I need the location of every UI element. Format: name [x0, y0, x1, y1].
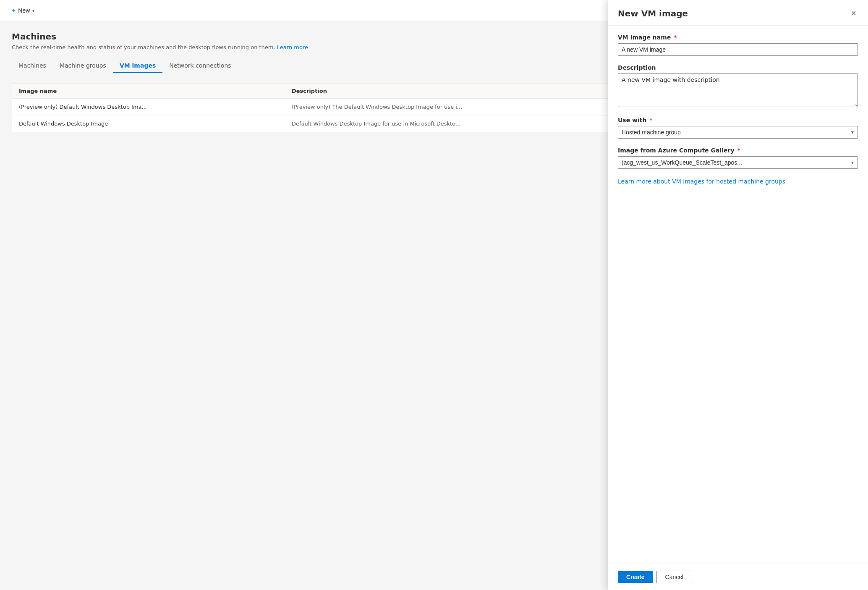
use-with-select-wrapper: Hosted machine group ▾ [618, 126, 858, 139]
col-description: Description [285, 84, 640, 99]
description-textarea[interactable]: A new VM image with description [618, 73, 858, 107]
vm-image-name-input[interactable] [618, 43, 858, 56]
image-gallery-select[interactable]: (acg_west_us_WorkQueue_ScaleTest_apos... [618, 156, 858, 169]
tab-network-connections[interactable]: Network connections [162, 59, 238, 73]
create-button[interactable]: Create [618, 571, 653, 583]
cell-description: (Preview only) The Default Windows Deskt… [285, 99, 640, 115]
vm-image-name-label: VM image name * [618, 34, 858, 41]
panel-title: New VM image [618, 8, 688, 18]
description-group: Description A new VM image with descript… [618, 64, 858, 108]
learn-more-panel-group: Learn more about VM images for hosted ma… [618, 177, 858, 186]
vm-image-name-group: VM image name * [618, 34, 858, 56]
description-label: Description [618, 64, 858, 71]
close-panel-button[interactable]: ✕ [849, 8, 858, 18]
tab-machine-groups[interactable]: Machine groups [53, 59, 113, 73]
cell-description: Default Windows Desktop Image for use in… [285, 115, 640, 132]
new-label: New [18, 7, 30, 14]
image-gallery-select-wrapper: (acg_west_us_WorkQueue_ScaleTest_apos...… [618, 156, 858, 169]
use-with-label: Use with * [618, 117, 858, 123]
use-with-select[interactable]: Hosted machine group [618, 126, 858, 139]
required-star-gallery: * [737, 147, 740, 154]
cell-image-name: Default Windows Desktop Image [12, 115, 285, 132]
col-image-name: Image name [12, 84, 285, 99]
cell-image-name: (Preview only) Default Windows Desktop I… [12, 99, 285, 115]
panel-footer: Create Cancel [608, 564, 868, 590]
image-gallery-group: Image from Azure Compute Gallery * (acg_… [618, 147, 858, 169]
required-star-name: * [674, 34, 677, 41]
new-button[interactable]: + New ▾ [8, 5, 38, 16]
image-gallery-label: Image from Azure Compute Gallery * [618, 147, 858, 154]
learn-more-panel-link[interactable]: Learn more about VM images for hosted ma… [618, 178, 785, 185]
tab-machines[interactable]: Machines [12, 59, 53, 73]
required-star-use-with: * [649, 117, 652, 123]
cancel-button[interactable]: Cancel [656, 571, 693, 583]
new-vm-image-panel: New VM image ✕ VM image name * Descripti… [608, 0, 868, 590]
panel-header: New VM image ✕ [608, 0, 868, 26]
panel-body: VM image name * Description A new VM ima… [608, 26, 868, 564]
tab-vm-images[interactable]: VM images [113, 59, 162, 73]
chevron-down-icon: ▾ [32, 8, 34, 13]
learn-more-link[interactable]: Learn more [277, 44, 308, 50]
plus-icon: + [12, 7, 16, 14]
use-with-group: Use with * Hosted machine group ▾ [618, 117, 858, 139]
